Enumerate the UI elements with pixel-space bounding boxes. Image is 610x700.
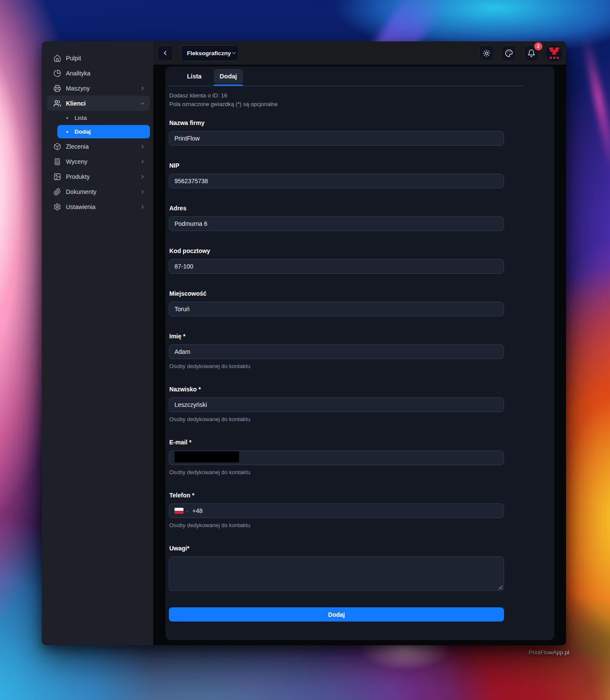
chevron-down-icon: ⌄ [186, 509, 189, 513]
input-value: 87-100 [174, 263, 193, 270]
sun-icon [482, 49, 491, 57]
chevron-right-icon [140, 204, 146, 210]
field-miejscowosc: Miejscowość Toruń [169, 290, 504, 316]
field-label: Adres [169, 205, 504, 212]
notification-badge: 2 [534, 42, 542, 50]
pie-chart-icon [53, 69, 61, 77]
email-input[interactable] [169, 450, 504, 465]
chevron-left-icon [162, 50, 169, 56]
sidebar-item-klienci-dodaj[interactable]: Dodaj [57, 125, 150, 138]
field-telefon: Telefon * ⌄ +48 Osoby dedykowanej do kon… [169, 492, 504, 528]
adres-input[interactable]: Podmurna 6 [169, 216, 504, 231]
main-area: Fleksograficzny [153, 41, 566, 645]
machine-selector-dropdown[interactable]: Fleksograficzny [181, 45, 239, 61]
resize-handle-icon[interactable] [498, 585, 502, 589]
sidebar-item-wyceny[interactable]: Wyceny [47, 154, 150, 169]
sidebar-item-label: Analityka [66, 70, 90, 77]
tab-lista[interactable]: Lista [181, 69, 208, 84]
input-value: 9562375738 [174, 178, 208, 184]
tab-divider [168, 86, 523, 86]
calculator-icon [53, 158, 61, 166]
uwagi-textarea[interactable] [169, 556, 504, 591]
phone-prefix: +48 [193, 507, 203, 514]
sidebar-item-label: Wyceny [66, 158, 87, 165]
field-email: E-mail * Osoby dedykowanej do kontaktu [169, 439, 504, 475]
sidebar-item-klienci-lista[interactable]: Lista [57, 111, 150, 125]
package-icon [53, 143, 61, 150]
input-value: Leszczyński [174, 401, 207, 408]
back-button[interactable] [157, 45, 173, 61]
topbar-actions: 2 [479, 45, 562, 61]
chevron-right-icon [140, 174, 146, 180]
imie-input[interactable]: Adam [169, 344, 504, 359]
field-label: NIP [169, 162, 504, 169]
sidebar-item-produkty[interactable]: Produkty [47, 169, 150, 184]
sidebar-item-zlecenia[interactable]: Zlecenia [47, 139, 150, 154]
field-helper: Osoby dedykowanej do kontaktu [169, 522, 504, 528]
field-kod-pocztowy: Kod pocztowy 87-100 [169, 247, 504, 274]
notifications-button[interactable]: 2 [524, 45, 539, 61]
sidebar-item-maszyny[interactable]: Maszyny [47, 81, 150, 96]
field-adres: Adres Podmurna 6 [169, 205, 504, 231]
bullet-dot-icon [66, 117, 68, 119]
desktop-wallpaper: PrintFlowApp.pl Pulpit Analityka Masz [0, 0, 610, 700]
sidebar-item-klienci[interactable]: Klienci [47, 96, 150, 111]
sidebar-item-label: Produkty [66, 173, 90, 180]
chevron-right-icon [140, 189, 146, 195]
sidebar-item-ustawienia[interactable]: Ustawienia [47, 199, 150, 214]
intro-line-1: Dodasz klienta o ID: 16 [169, 91, 554, 100]
field-helper: Osoby dedykowanej do kontaktu [169, 363, 504, 369]
home-icon [53, 54, 61, 62]
field-label: E-mail * [169, 439, 504, 446]
field-nazwa-firmy: Nazwa firmy PrintFlow [169, 119, 504, 146]
content-area: Lista Dodaj Dodasz klienta o ID: 16 Pola… [153, 65, 566, 645]
image-icon [53, 173, 61, 181]
tab-bar: Lista Dodaj [165, 66, 554, 86]
tab-dodaj[interactable]: Dodaj [214, 69, 243, 84]
miejscowosc-input[interactable]: Toruń [169, 302, 504, 316]
palette-button[interactable] [501, 45, 517, 61]
kod-pocztowy-input[interactable]: 87-100 [169, 259, 504, 274]
sidebar-item-dokumenty[interactable]: Dokumenty [47, 184, 150, 199]
input-value: Toruń [174, 306, 190, 312]
nazwa-firmy-input[interactable]: PrintFlow [169, 131, 504, 146]
avatar[interactable] [546, 45, 562, 61]
printer-icon [53, 84, 61, 92]
field-uwagi: Uwagi* [169, 545, 504, 591]
input-value: PrintFlow [174, 135, 199, 142]
sidebar-item-pulpit[interactable]: Pulpit [47, 50, 150, 66]
nip-input[interactable]: 9562375738 [169, 174, 504, 188]
field-helper: Osoby dedykowanej do kontaktu [169, 416, 504, 422]
redaction-box [174, 451, 239, 462]
field-nip: NIP 9562375738 [169, 162, 504, 188]
users-icon [53, 100, 61, 107]
gear-icon [53, 203, 61, 211]
theme-toggle-button[interactable] [479, 45, 494, 61]
field-label: Nazwisko * [169, 386, 504, 393]
nazwisko-input[interactable]: Leszczyński [169, 397, 504, 412]
sidebar-item-label: Dokumenty [66, 188, 96, 195]
chevron-down-icon [231, 50, 237, 56]
poland-flag-icon[interactable] [174, 508, 184, 514]
form-intro: Dodasz klienta o ID: 16 Pola oznaczone g… [169, 91, 554, 108]
submit-dodaj-button[interactable]: Dodaj [169, 607, 504, 622]
field-label: Kod pocztowy [169, 247, 504, 254]
bell-icon [527, 49, 535, 57]
desktop-watermark: PrintFlowApp.pl [529, 649, 570, 656]
field-label: Telefon * [169, 492, 504, 499]
input-value: Adam [174, 348, 190, 355]
sidebar-subitem-label: Dodaj [75, 128, 91, 135]
intro-line-2: Pola oznaczone gwiazdką (*) są opcjonaln… [169, 100, 554, 109]
field-label: Miejscowość [169, 290, 504, 297]
form-card: Lista Dodaj Dodasz klienta o ID: 16 Pola… [165, 66, 554, 640]
field-helper: Osoby dedykowanej do kontaktu [169, 469, 504, 475]
chevron-down-icon [140, 100, 146, 106]
paperclip-icon [53, 188, 61, 196]
bullet-dot-icon [66, 131, 68, 133]
sidebar-item-analityka[interactable]: Analityka [47, 66, 150, 81]
wallpaper-magenta-streak [581, 35, 610, 176]
field-label: Uwagi* [169, 545, 504, 552]
telefon-input[interactable]: ⌄ +48 [169, 503, 504, 518]
form-body: Dodasz klienta o ID: 16 Pola oznaczone g… [165, 86, 554, 622]
chevron-right-icon [140, 85, 146, 91]
